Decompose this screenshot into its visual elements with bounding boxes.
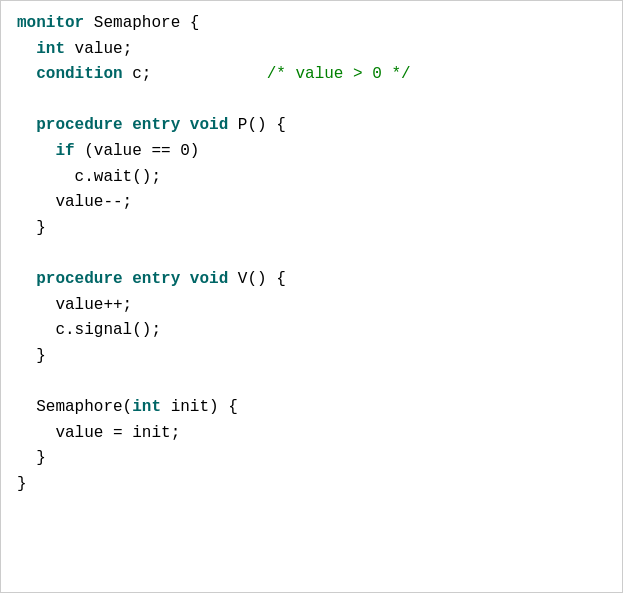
code-line-16: Semaphore(int init) { xyxy=(17,395,606,421)
text-constructor-param: init) { xyxy=(161,398,238,416)
code-line-2: int value; xyxy=(17,37,606,63)
keyword-if: if xyxy=(55,142,74,160)
code-line-13: c.signal(); xyxy=(17,318,606,344)
text-close-brace-monitor: } xyxy=(17,475,27,493)
code-line-6: if (value == 0) xyxy=(17,139,606,165)
text-close-brace-p: } xyxy=(36,219,46,237)
text-cwait: c.wait(); xyxy=(75,168,161,186)
text-v-func: V() { xyxy=(228,270,286,288)
text-value-assign: value = init; xyxy=(55,424,180,442)
keyword-procedure-v: procedure entry void xyxy=(36,270,228,288)
text-csignal: c.signal(); xyxy=(55,321,161,339)
code-line-11: procedure entry void V() { xyxy=(17,267,606,293)
text-semaphore-1: Semaphore { xyxy=(84,14,199,32)
code-line-18: } xyxy=(17,446,606,472)
text-p-func: P() { xyxy=(228,116,286,134)
text-valueinc: value++; xyxy=(55,296,132,314)
text-value-decl: value; xyxy=(65,40,132,58)
code-block: monitor Semaphore { int value; condition… xyxy=(17,11,606,497)
text-if-condition: (value == 0) xyxy=(75,142,200,160)
text-close-brace-v: } xyxy=(36,347,46,365)
code-line-15 xyxy=(17,369,606,395)
code-line-17: value = init; xyxy=(17,421,606,447)
code-line-1: monitor Semaphore { xyxy=(17,11,606,37)
code-line-5: procedure entry void P() { xyxy=(17,113,606,139)
keyword-int-2: int xyxy=(132,398,161,416)
text-condition-c: c; xyxy=(123,65,267,83)
keyword-condition: condition xyxy=(36,65,122,83)
keyword-procedure-p: procedure entry void xyxy=(36,116,228,134)
comment-value: /* value > 0 */ xyxy=(267,65,411,83)
code-line-9: } xyxy=(17,216,606,242)
code-line-4 xyxy=(17,88,606,114)
code-line-12: value++; xyxy=(17,293,606,319)
text-close-brace-constructor: } xyxy=(36,449,46,467)
text-valuedec: value--; xyxy=(55,193,132,211)
code-line-10 xyxy=(17,241,606,267)
code-line-19: } xyxy=(17,472,606,498)
code-container: monitor Semaphore { int value; condition… xyxy=(0,0,623,593)
code-line-7: c.wait(); xyxy=(17,165,606,191)
text-constructor-name: Semaphore( xyxy=(36,398,132,416)
code-line-3: condition c; /* value > 0 */ xyxy=(17,62,606,88)
code-line-14: } xyxy=(17,344,606,370)
keyword-int-1: int xyxy=(36,40,65,58)
code-line-8: value--; xyxy=(17,190,606,216)
keyword-monitor: monitor xyxy=(17,14,84,32)
